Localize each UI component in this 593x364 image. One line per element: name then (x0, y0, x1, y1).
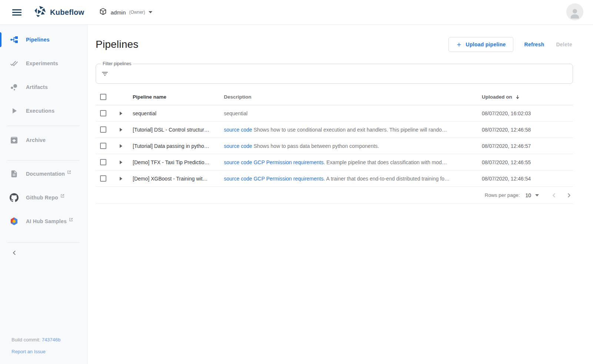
sidebar-item-label: AI Hub Samples (26, 218, 67, 224)
pipeline-description: source code Shows how to pass data betwe… (224, 143, 482, 149)
main-content: Pipelines Upload pipeline Refresh Delete… (87, 25, 593, 364)
filter-input[interactable] (113, 70, 567, 77)
table-row: [Demo] XGBoost - Training wit… source co… (96, 171, 573, 187)
upload-pipeline-button[interactable]: Upload pipeline (448, 37, 513, 52)
filter-label: Filter pipelines (101, 61, 133, 66)
rows-per-page-label: Rows per page: (485, 192, 520, 198)
pipeline-description: source code GCP Permission requirements.… (224, 176, 482, 182)
menu-icon[interactable] (10, 7, 24, 18)
sidebar: Pipelines Experiments Artifacts Executio (0, 25, 87, 364)
sidebar-item-label: Archive (26, 137, 46, 143)
chevron-left-icon (550, 191, 558, 199)
uploaded-date: 08/07/2020, 12:46:55 (482, 159, 573, 165)
delete-button[interactable]: Delete (555, 39, 573, 50)
archive-icon (10, 136, 19, 145)
ai-hub-icon (10, 217, 19, 226)
build-commit-link[interactable]: 743746b (42, 337, 61, 343)
refresh-button[interactable]: Refresh (524, 39, 545, 50)
column-header-uploaded-on[interactable]: Uploaded on (482, 94, 520, 100)
chevron-right-icon (565, 191, 573, 199)
expand-row-icon[interactable] (120, 161, 122, 164)
uploaded-date: 08/07/2020, 12:46:58 (482, 127, 573, 133)
expand-row-icon[interactable] (120, 128, 122, 132)
sidebar-item-label: Documentation (26, 171, 65, 177)
kubeflow-brand[interactable]: Kubeflow (34, 5, 84, 19)
table-row: [Tutorial] DSL - Control structur… sourc… (96, 122, 573, 138)
artifacts-icon (10, 83, 19, 92)
gcp-permission-link[interactable]: GCP Permission requirements (252, 176, 324, 182)
sidebar-item-artifacts[interactable]: Artifacts (0, 78, 87, 96)
report-issue-link[interactable]: Report an Issue (11, 349, 46, 354)
sidebar-item-experiments[interactable]: Experiments (0, 54, 87, 72)
expand-row-icon[interactable] (120, 177, 122, 181)
collapse-sidebar-button[interactable] (10, 248, 19, 259)
table-row: [Tutorial] Data passing in pytho… source… (96, 138, 573, 154)
topbar: Kubeflow admin (Owner) (0, 0, 593, 25)
rows-per-page-select[interactable]: 10 (525, 192, 531, 198)
pipeline-name-link[interactable]: [Demo] TFX - Taxi Tip Predictio… (133, 159, 224, 165)
source-code-link[interactable]: source code (224, 159, 252, 165)
pipeline-description: source code GCP Permission requirements.… (224, 159, 482, 165)
table-row: [Demo] TFX - Taxi Tip Predictio… source … (96, 154, 573, 171)
filter-pipelines-field[interactable]: Filter pipelines (96, 64, 573, 84)
next-page-button[interactable] (565, 191, 573, 199)
source-code-link[interactable]: source code (224, 127, 252, 133)
expand-row-icon[interactable] (120, 112, 122, 115)
github-icon (10, 193, 19, 202)
pipeline-name-link[interactable]: [Demo] XGBoost - Training wit… (133, 176, 224, 182)
row-checkbox[interactable] (100, 175, 106, 182)
upload-pipeline-label: Upload pipeline (466, 42, 506, 47)
toolbar: Upload pipeline Refresh Delete (448, 37, 573, 52)
avatar[interactable] (566, 3, 583, 20)
select-all-checkbox[interactable] (100, 94, 106, 100)
page-header: Pipelines Upload pipeline Refresh Delete (96, 36, 573, 53)
namespace-name: admin (110, 9, 126, 16)
uploaded-date: 08/07/2020, 16:02:03 (482, 110, 573, 116)
row-checkbox[interactable] (100, 126, 106, 133)
external-link-icon (60, 193, 64, 199)
row-checkbox[interactable] (100, 110, 106, 116)
gcp-permission-link[interactable]: GCP Permission requirements (252, 159, 324, 165)
uploaded-date: 08/07/2020, 12:46:57 (482, 143, 573, 149)
source-code-link[interactable]: source code (224, 143, 252, 149)
table-header-row: Pipeline name Description Uploaded on (96, 89, 573, 105)
sidebar-item-label: Github Repo (26, 195, 58, 201)
document-icon (10, 169, 19, 178)
column-header-pipeline-name[interactable]: Pipeline name (133, 94, 224, 100)
sidebar-item-ai-hub-samples[interactable]: AI Hub Samples (0, 212, 87, 230)
sidebar-item-executions[interactable]: Executions (0, 102, 87, 120)
namespace-selector[interactable]: admin (Owner) (99, 7, 152, 17)
pagination: Rows per page: 10 (96, 187, 573, 204)
plus-icon (456, 42, 462, 48)
chevron-left-icon (11, 249, 18, 256)
sidebar-item-github-repo[interactable]: Github Repo (0, 189, 87, 206)
pipeline-description: sequential (224, 110, 482, 116)
divider (7, 160, 80, 161)
source-code-link[interactable]: source code (224, 176, 252, 182)
divider (7, 126, 80, 126)
pipeline-name-link[interactable]: [Tutorial] DSL - Control structur… (133, 127, 224, 133)
column-header-description[interactable]: Description (224, 94, 482, 100)
prev-page-button[interactable] (550, 191, 558, 199)
sidebar-item-archive[interactable]: Archive (0, 131, 87, 149)
pipeline-name-link[interactable]: sequential (133, 110, 224, 116)
pipeline-name-link[interactable]: [Tutorial] Data passing in pytho… (133, 143, 224, 149)
row-checkbox[interactable] (100, 143, 106, 149)
pipeline-description: source code Shows how to use conditional… (224, 127, 482, 133)
pipelines-icon (10, 35, 19, 44)
row-checkbox[interactable] (100, 159, 106, 165)
build-commit-label: Build commit: (11, 337, 40, 343)
sidebar-item-documentation[interactable]: Documentation (0, 165, 87, 183)
caret-down-icon[interactable] (535, 194, 539, 196)
package-icon (99, 7, 107, 17)
sidebar-item-label: Pipelines (26, 37, 50, 43)
kubeflow-logo-icon (34, 5, 46, 19)
sidebar-item-pipelines[interactable]: Pipelines (0, 31, 87, 49)
divider (7, 242, 80, 243)
sidebar-item-label: Artifacts (26, 84, 48, 90)
uploaded-date: 08/07/2020, 12:46:54 (482, 176, 573, 182)
expand-row-icon[interactable] (120, 144, 122, 148)
caret-down-icon (149, 11, 152, 13)
sidebar-footer: Build commit: 743746b Report an Issue (11, 337, 60, 354)
pipelines-table: Pipeline name Description Uploaded on se… (96, 89, 573, 204)
